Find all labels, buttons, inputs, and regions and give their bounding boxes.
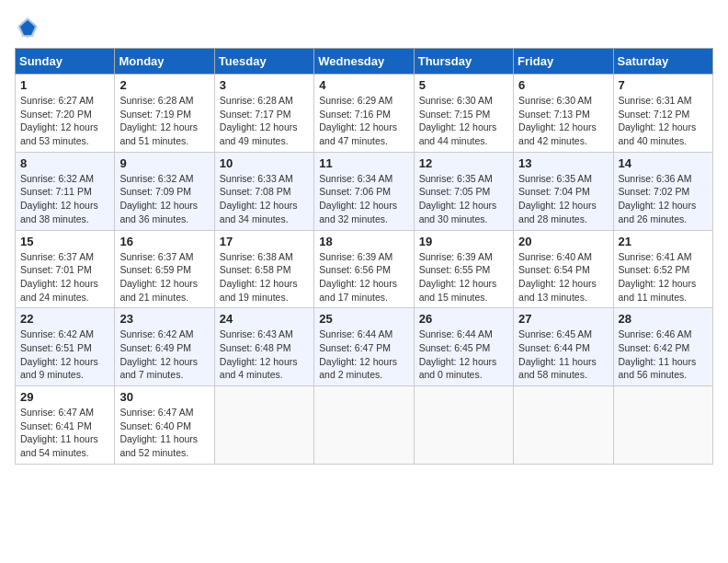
day-info: Sunrise: 6:32 AM Sunset: 7:11 PM Dayligh… (20, 172, 109, 226)
day-number: 22 (20, 312, 109, 326)
day-number: 28 (619, 312, 708, 326)
day-info: Sunrise: 6:39 AM Sunset: 6:56 PM Dayligh… (319, 250, 408, 304)
calendar-cell: 7 Sunrise: 6:31 AM Sunset: 7:12 PM Dayli… (613, 75, 712, 153)
day-info: Sunrise: 6:33 AM Sunset: 7:08 PM Dayligh… (220, 172, 309, 226)
day-info: Sunrise: 6:46 AM Sunset: 6:42 PM Dayligh… (619, 327, 708, 382)
day-info: Sunrise: 6:45 AM Sunset: 6:44 PM Dayligh… (518, 327, 608, 382)
day-number: 8 (20, 156, 109, 170)
calendar-cell: 20 Sunrise: 6:40 AM Sunset: 6:54 PM Dayl… (514, 230, 613, 308)
calendar-cell: 9 Sunrise: 6:32 AM Sunset: 7:09 PM Dayli… (115, 152, 214, 230)
calendar-week-row: 8 Sunrise: 6:32 AM Sunset: 7:11 PM Dayli… (16, 152, 713, 230)
day-number: 3 (220, 78, 309, 92)
calendar-cell (314, 386, 414, 465)
day-number: 7 (619, 78, 708, 92)
day-info: Sunrise: 6:27 AM Sunset: 7:20 PM Dayligh… (20, 94, 109, 148)
col-header-sunday: Sunday (16, 49, 115, 75)
day-info: Sunrise: 6:42 AM Sunset: 6:51 PM Dayligh… (20, 327, 109, 382)
calendar-cell: 17 Sunrise: 6:38 AM Sunset: 6:58 PM Dayl… (214, 230, 313, 308)
day-info: Sunrise: 6:43 AM Sunset: 6:48 PM Dayligh… (220, 327, 309, 382)
col-header-saturday: Saturday (613, 49, 712, 75)
day-number: 25 (319, 312, 408, 326)
calendar-cell: 23 Sunrise: 6:42 AM Sunset: 6:49 PM Dayl… (115, 308, 214, 386)
day-number: 24 (220, 312, 309, 326)
day-number: 20 (518, 235, 608, 248)
calendar-cell: 30 Sunrise: 6:47 AM Sunset: 6:40 PM Dayl… (115, 386, 214, 465)
calendar-week-row: 15 Sunrise: 6:37 AM Sunset: 7:01 PM Dayl… (16, 230, 713, 308)
calendar-cell: 14 Sunrise: 6:36 AM Sunset: 7:02 PM Dayl… (613, 152, 712, 230)
calendar-cell: 29 Sunrise: 6:47 AM Sunset: 6:41 PM Dayl… (16, 386, 115, 465)
day-number: 10 (220, 156, 309, 170)
day-number: 11 (319, 156, 408, 170)
day-info: Sunrise: 6:35 AM Sunset: 7:05 PM Dayligh… (419, 172, 508, 226)
col-header-monday: Monday (115, 49, 214, 75)
calendar-cell: 21 Sunrise: 6:41 AM Sunset: 6:52 PM Dayl… (613, 230, 712, 308)
day-number: 29 (20, 390, 109, 404)
logo (15, 15, 44, 40)
calendar-cell: 27 Sunrise: 6:45 AM Sunset: 6:44 PM Dayl… (514, 308, 613, 386)
calendar-cell (613, 386, 712, 465)
calendar-cell: 28 Sunrise: 6:46 AM Sunset: 6:42 PM Dayl… (613, 308, 712, 386)
col-header-tuesday: Tuesday (214, 49, 313, 75)
calendar-cell: 22 Sunrise: 6:42 AM Sunset: 6:51 PM Dayl… (16, 308, 115, 386)
calendar-week-row: 29 Sunrise: 6:47 AM Sunset: 6:41 PM Dayl… (16, 386, 713, 465)
day-info: Sunrise: 6:41 AM Sunset: 6:52 PM Dayligh… (619, 250, 708, 304)
col-header-friday: Friday (514, 49, 613, 75)
calendar-cell: 24 Sunrise: 6:43 AM Sunset: 6:48 PM Dayl… (214, 308, 313, 386)
day-number: 2 (119, 78, 209, 92)
calendar-cell: 3 Sunrise: 6:28 AM Sunset: 7:17 PM Dayli… (214, 75, 313, 153)
calendar-week-row: 1 Sunrise: 6:27 AM Sunset: 7:20 PM Dayli… (16, 75, 713, 153)
day-number: 9 (119, 156, 209, 170)
day-number: 15 (20, 235, 109, 248)
day-info: Sunrise: 6:38 AM Sunset: 6:58 PM Dayligh… (220, 250, 309, 304)
day-number: 26 (419, 312, 508, 326)
day-number: 27 (518, 312, 608, 326)
calendar-table: SundayMondayTuesdayWednesdayThursdayFrid… (15, 48, 713, 465)
page-header (15, 15, 713, 40)
calendar-cell: 6 Sunrise: 6:30 AM Sunset: 7:13 PM Dayli… (514, 75, 613, 153)
col-header-thursday: Thursday (414, 49, 513, 75)
calendar-cell: 26 Sunrise: 6:44 AM Sunset: 6:45 PM Dayl… (414, 308, 513, 386)
day-info: Sunrise: 6:47 AM Sunset: 6:41 PM Dayligh… (20, 406, 109, 460)
day-number: 6 (518, 78, 608, 92)
day-info: Sunrise: 6:36 AM Sunset: 7:02 PM Dayligh… (619, 172, 708, 226)
calendar-cell: 10 Sunrise: 6:33 AM Sunset: 7:08 PM Dayl… (214, 152, 313, 230)
calendar-cell: 11 Sunrise: 6:34 AM Sunset: 7:06 PM Dayl… (314, 152, 414, 230)
day-number: 23 (119, 312, 209, 326)
day-info: Sunrise: 6:29 AM Sunset: 7:16 PM Dayligh… (319, 94, 408, 148)
day-info: Sunrise: 6:44 AM Sunset: 6:45 PM Dayligh… (419, 327, 508, 382)
calendar-cell: 5 Sunrise: 6:30 AM Sunset: 7:15 PM Dayli… (414, 75, 513, 153)
day-info: Sunrise: 6:31 AM Sunset: 7:12 PM Dayligh… (619, 94, 708, 148)
calendar-cell: 13 Sunrise: 6:35 AM Sunset: 7:04 PM Dayl… (514, 152, 613, 230)
day-info: Sunrise: 6:28 AM Sunset: 7:19 PM Dayligh… (119, 94, 209, 148)
calendar-cell (214, 386, 313, 465)
day-info: Sunrise: 6:39 AM Sunset: 6:55 PM Dayligh… (419, 250, 508, 304)
col-header-wednesday: Wednesday (314, 49, 414, 75)
day-number: 4 (319, 78, 408, 92)
calendar-cell: 18 Sunrise: 6:39 AM Sunset: 6:56 PM Dayl… (314, 230, 414, 308)
calendar-week-row: 22 Sunrise: 6:42 AM Sunset: 6:51 PM Dayl… (16, 308, 713, 386)
day-info: Sunrise: 6:30 AM Sunset: 7:15 PM Dayligh… (419, 94, 508, 148)
calendar-cell: 16 Sunrise: 6:37 AM Sunset: 6:59 PM Dayl… (115, 230, 214, 308)
day-info: Sunrise: 6:47 AM Sunset: 6:40 PM Dayligh… (119, 406, 209, 460)
calendar-header-row: SundayMondayTuesdayWednesdayThursdayFrid… (16, 49, 713, 75)
calendar-cell: 15 Sunrise: 6:37 AM Sunset: 7:01 PM Dayl… (16, 230, 115, 308)
day-info: Sunrise: 6:34 AM Sunset: 7:06 PM Dayligh… (319, 172, 408, 226)
day-number: 13 (518, 156, 608, 170)
calendar-cell: 19 Sunrise: 6:39 AM Sunset: 6:55 PM Dayl… (414, 230, 513, 308)
day-number: 19 (419, 235, 508, 248)
day-number: 30 (119, 390, 209, 404)
day-info: Sunrise: 6:37 AM Sunset: 6:59 PM Dayligh… (119, 250, 209, 304)
day-info: Sunrise: 6:28 AM Sunset: 7:17 PM Dayligh… (220, 94, 309, 148)
day-info: Sunrise: 6:32 AM Sunset: 7:09 PM Dayligh… (119, 172, 209, 226)
day-info: Sunrise: 6:44 AM Sunset: 6:47 PM Dayligh… (319, 327, 408, 382)
calendar-cell: 1 Sunrise: 6:27 AM Sunset: 7:20 PM Dayli… (16, 75, 115, 153)
day-number: 18 (319, 235, 408, 248)
logo-icon (15, 15, 40, 40)
day-number: 21 (619, 235, 708, 248)
day-number: 12 (419, 156, 508, 170)
day-info: Sunrise: 6:35 AM Sunset: 7:04 PM Dayligh… (518, 172, 608, 226)
day-number: 5 (419, 78, 508, 92)
day-info: Sunrise: 6:37 AM Sunset: 7:01 PM Dayligh… (20, 250, 109, 304)
calendar-cell: 12 Sunrise: 6:35 AM Sunset: 7:05 PM Dayl… (414, 152, 513, 230)
day-info: Sunrise: 6:42 AM Sunset: 6:49 PM Dayligh… (119, 327, 209, 382)
